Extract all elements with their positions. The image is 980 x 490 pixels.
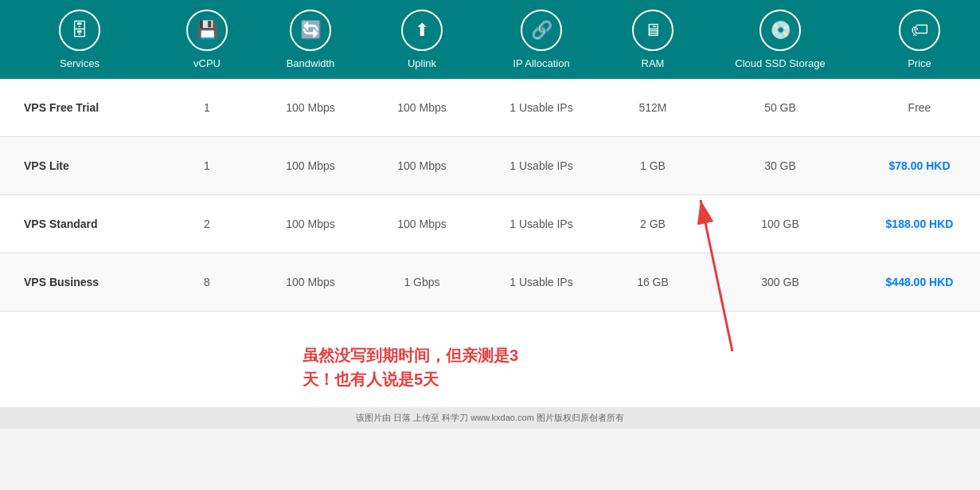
bandwidth-value: 100 Mbps	[255, 218, 366, 230]
bandwidth-label: Bandwidth	[287, 57, 335, 69]
bandwidth-value: 100 Mbps	[255, 159, 366, 172]
ip-value: 1 Usable IPs	[478, 276, 605, 288]
watermark-text: 该图片由 日落 上传至 科学刀 www.kxdao.com 图片版权归原创者所有	[356, 413, 624, 422]
ip-value: 1 Usable IPs	[478, 101, 605, 114]
ip-label: IP Allocation	[513, 57, 569, 69]
ssd-icon: 💿	[759, 10, 801, 51]
header-price: 🏷 Price	[860, 0, 979, 79]
annotation-text: 虽然没写到期时间，但亲测是3 天！也有人说是5天	[303, 343, 518, 391]
annotation-line1: 虽然没写到期时间，但亲测是3	[303, 347, 518, 364]
table-header: 🗄 Services 💾 vCPU 🔄 Bandwidth ⬆ Uplink 🔗…	[0, 0, 980, 79]
ssd-value: 300 GB	[701, 276, 860, 288]
price-value: $188.00 HKD	[860, 218, 979, 230]
price-value: $78.00 HKD	[860, 159, 979, 172]
header-services: 🗄 Services	[0, 0, 159, 79]
uplink-value: 100 Mbps	[366, 218, 478, 230]
ip-icon: 🔗	[521, 10, 562, 51]
ssd-value: 30 GB	[701, 159, 860, 172]
bandwidth-value: 100 Mbps	[255, 276, 366, 288]
ram-value: 512M	[605, 101, 701, 114]
ram-icon: 🖥	[632, 10, 674, 51]
header-vcpu: 💾 vCPU	[159, 0, 255, 79]
ssd-value: 50 GB	[701, 101, 860, 114]
services-icon: 🗄	[59, 10, 100, 51]
table-body: VPS Free Trial 1 100 Mbps 100 Mbps 1 Usa…	[0, 79, 980, 312]
price-label: Price	[908, 57, 931, 69]
ram-value: 2 GB	[605, 218, 701, 230]
annotation-line2: 天！也有人说是5天	[303, 370, 439, 388]
service-name: VPS Business	[0, 276, 159, 288]
uplink-value: 100 Mbps	[366, 101, 478, 114]
ram-value: 16 GB	[605, 276, 701, 288]
uplink-label: Uplink	[408, 57, 436, 69]
price-value: Free	[860, 101, 979, 114]
header-ip: 🔗 IP Allocation	[478, 0, 605, 79]
bandwidth-icon: 🔄	[290, 10, 331, 51]
annotation-container: 虽然没写到期时间，但亲测是3 天！也有人说是5天	[0, 327, 980, 399]
vcpu-value: 1	[159, 101, 255, 114]
annotation-area: 虽然没写到期时间，但亲测是3 天！也有人说是5天	[0, 312, 980, 407]
vcpu-value: 1	[159, 159, 255, 172]
ram-label: RAM	[642, 57, 665, 69]
ram-value: 1 GB	[605, 159, 701, 172]
service-name: VPS Standard	[0, 218, 159, 230]
uplink-value: 100 Mbps	[366, 159, 478, 172]
uplink-icon: ⬆	[401, 10, 443, 51]
price-value: $448.00 HKD	[860, 276, 979, 288]
bandwidth-value: 100 Mbps	[255, 101, 366, 114]
ip-value: 1 Usable IPs	[478, 218, 605, 230]
header-ssd: 💿 Cloud SSD Storage	[701, 0, 860, 79]
main-container: 🗄 Services 💾 vCPU 🔄 Bandwidth ⬆ Uplink 🔗…	[0, 0, 980, 429]
service-name: VPS Lite	[0, 159, 159, 172]
vcpu-label: vCPU	[193, 57, 221, 69]
header-bandwidth: 🔄 Bandwidth	[255, 0, 366, 79]
ssd-value: 100 GB	[701, 218, 860, 230]
vcpu-value: 2	[159, 218, 255, 230]
header-ram: 🖥 RAM	[605, 0, 701, 79]
table-row: VPS Lite 1 100 Mbps 100 Mbps 1 Usable IP…	[0, 137, 980, 195]
table-row: VPS Free Trial 1 100 Mbps 100 Mbps 1 Usa…	[0, 79, 980, 137]
vcpu-value: 8	[159, 276, 255, 288]
services-label: Services	[60, 57, 100, 69]
table-row: VPS Business 8 100 Mbps 1 Gbps 1 Usable …	[0, 253, 980, 312]
vcpu-icon: 💾	[186, 10, 228, 51]
uplink-value: 1 Gbps	[366, 276, 478, 288]
service-name: VPS Free Trial	[0, 101, 159, 114]
header-uplink: ⬆ Uplink	[366, 0, 478, 79]
ip-value: 1 Usable IPs	[478, 159, 605, 172]
price-icon: 🏷	[899, 10, 940, 51]
table-row: VPS Standard 2 100 Mbps 100 Mbps 1 Usabl…	[0, 195, 980, 253]
watermark: 该图片由 日落 上传至 科学刀 www.kxdao.com 图片版权归原创者所有	[0, 407, 980, 429]
ssd-label: Cloud SSD Storage	[735, 57, 825, 69]
